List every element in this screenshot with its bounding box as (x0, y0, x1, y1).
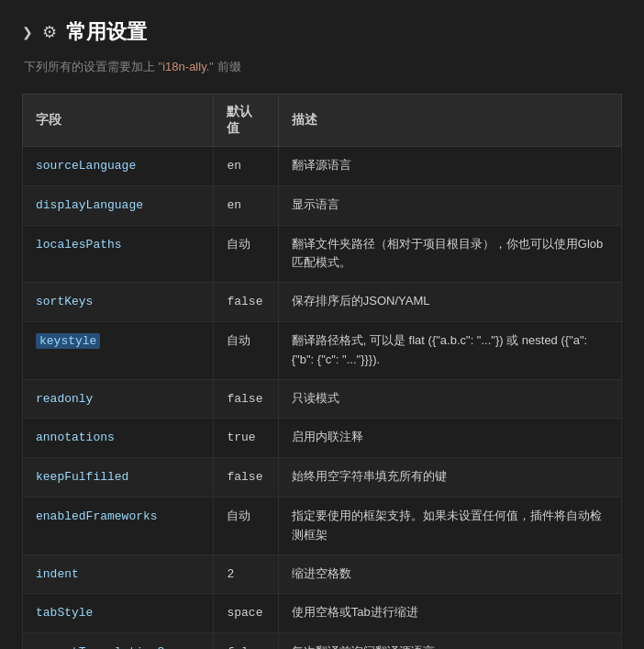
col-description: 描述 (278, 95, 621, 147)
table-row: keystyle自动翻译路径格式, 可以是 flat ({"a.b.c": ".… (23, 321, 622, 379)
table-body: sourceLanguageen翻译源语言displayLanguageen显示… (23, 147, 622, 650)
default-value: space (227, 606, 262, 620)
field-name: annotations (36, 431, 115, 444)
col-default: 默认值 (214, 95, 278, 147)
description-text: 只读模式 (292, 391, 339, 405)
col-field: 字段 (23, 95, 214, 147)
page-header: ❯ ⚙ 常用设置 (22, 18, 622, 46)
description-text: 翻译源语言 (292, 158, 351, 172)
description-text: 翻译文件夹路径（相对于项目根目录），你也可以使用Glob匹配模式。 (292, 237, 603, 270)
default-value: 自动 (227, 238, 250, 252)
table-row: promptTranslatingSourcefalse每次翻译前询问翻译源语言 (23, 633, 622, 649)
table-row: sourceLanguageen翻译源语言 (23, 147, 622, 186)
field-name: enabledFrameworks (36, 509, 158, 523)
default-value: 自动 (227, 509, 250, 523)
description-text: 每次翻译前询问翻译源语言 (292, 644, 435, 649)
table-row: keepFulfilledfalse始终用空字符串填充所有的键 (23, 458, 622, 498)
description-text: 启用内联注释 (292, 430, 363, 443)
table-row: enabledFrameworks自动指定要使用的框架支持。如果未设置任何值，插… (23, 497, 622, 554)
default-value: true (227, 431, 255, 444)
description-text: 使用空格或Tab进行缩进 (292, 605, 418, 619)
description-text: 显示语言 (292, 197, 339, 211)
subtitle-text: 下列所有的设置需要加上 "i18n-ally." 前缀 (24, 60, 241, 73)
table-row: displayLanguageen显示语言 (23, 185, 622, 225)
table-row: sortKeysfalse保存排序后的JSON/YAML (23, 283, 622, 322)
page-title: 常用设置 (66, 18, 147, 46)
table-header: 字段 默认值 描述 (23, 95, 622, 147)
table-row: indent2缩进空格数 (23, 554, 622, 594)
field-name: keepFulfilled (36, 470, 128, 484)
arrow-icon: ❯ (22, 25, 33, 39)
default-value: 自动 (227, 334, 250, 348)
subtitle: 下列所有的设置需要加上 "i18n-ally." 前缀 (22, 59, 622, 75)
description-text: 始终用空字符串填充所有的键 (292, 469, 447, 483)
default-value: false (227, 470, 262, 484)
default-value: false (227, 645, 262, 649)
description-text: 翻译路径格式, 可以是 flat ({"a.b.c": "..."}) 或 ne… (292, 333, 587, 366)
field-name: displayLanguage (36, 198, 143, 212)
field-name: tabStyle (36, 606, 93, 620)
table-row: localesPaths自动翻译文件夹路径（相对于项目根目录），你也可以使用Gl… (23, 225, 622, 283)
table-row: annotationstrue启用内联注释 (23, 419, 622, 458)
default-value: en (227, 198, 241, 212)
default-value: 2 (227, 567, 234, 581)
table-row: readonlyfalse只读模式 (23, 379, 622, 419)
field-name: keystyle (36, 333, 100, 349)
page-container: ❯ ⚙ 常用设置 下列所有的设置需要加上 "i18n-ally." 前缀 字段 … (0, 0, 644, 649)
field-name: promptTranslatingSource (36, 645, 200, 649)
description-text: 缩进空格数 (292, 566, 351, 580)
gear-icon: ⚙ (42, 22, 57, 42)
description-text: 指定要使用的框架支持。如果未设置任何值，插件将自动检测框架 (292, 509, 602, 542)
field-name: sourceLanguage (36, 159, 136, 173)
prefix-highlight: i18n-ally. (162, 60, 209, 73)
default-value: false (227, 295, 262, 308)
default-value: en (227, 159, 241, 173)
field-name: localesPaths (36, 238, 122, 252)
description-text: 保存排序后的JSON/YAML (292, 294, 430, 308)
settings-table: 字段 默认值 描述 sourceLanguageen翻译源语言displayLa… (22, 94, 622, 649)
field-name: sortKeys (36, 295, 93, 308)
field-name: indent (36, 567, 79, 581)
table-row: tabStylespace使用空格或Tab进行缩进 (23, 594, 622, 633)
field-name: readonly (36, 392, 93, 406)
default-value: false (227, 392, 262, 406)
